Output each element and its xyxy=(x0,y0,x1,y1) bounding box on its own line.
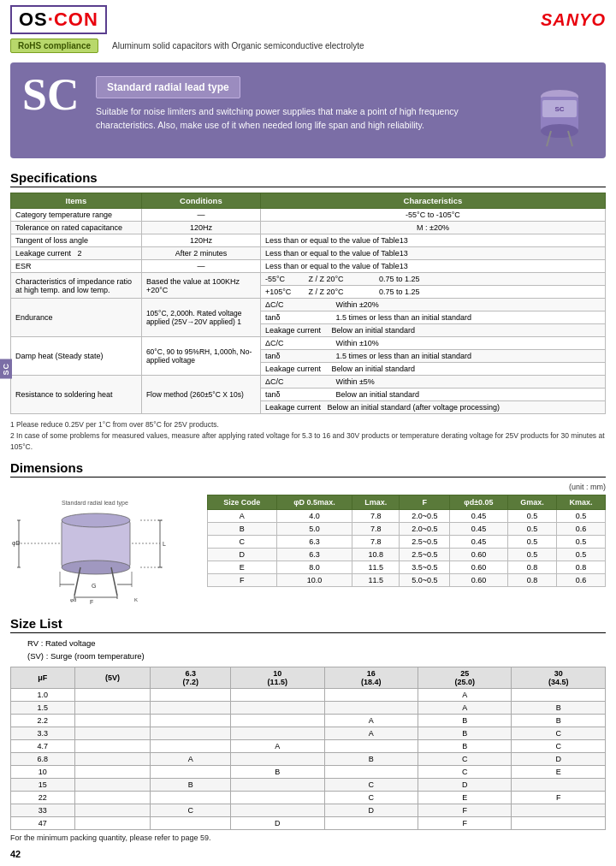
spec-cond: 120Hz xyxy=(141,222,260,234)
spec-cond: — xyxy=(141,209,260,222)
header: OS·CON SANYO xyxy=(0,0,616,34)
table-row: C6.37.82.5~0.50.450.50.5 xyxy=(208,536,606,549)
spec-cond: 105°C, 2,000h. Rated voltage applied (25… xyxy=(141,299,260,337)
dim-col-g: Gmax. xyxy=(507,495,556,510)
oscon-logo: OS·CON xyxy=(10,5,107,34)
dim-col-f: F xyxy=(400,495,450,510)
size-col-25v: 25(25.0) xyxy=(418,667,511,688)
spec-cond: 60°C, 90 to 95%RH, 1,000h, No-applied vo… xyxy=(141,337,260,376)
dim-col-d: φD 0.5max. xyxy=(276,495,352,510)
table-row: 2.2ABB xyxy=(11,714,606,727)
sc-letter: SC xyxy=(22,73,82,117)
rohs-badge: RoHS compliance xyxy=(10,39,98,53)
spec-char: Less than or equal to the value of Table… xyxy=(260,260,605,273)
table-row: 1.0A xyxy=(11,688,606,701)
table-row: E8.011.53.5~0.50.600.80.8 xyxy=(208,561,606,574)
table-row: ESR — Less than or equal to the value of… xyxy=(11,260,606,273)
table-row: F10.011.55.0~0.50.600.80.6 xyxy=(208,574,606,587)
spec-char: ΔC/C Within ±20% xyxy=(260,299,605,311)
size-col-5v: (5V) xyxy=(74,667,151,688)
size-col-10v: 10(11.5) xyxy=(231,667,324,688)
side-tab: SC xyxy=(0,359,12,379)
spec-item: Endurance xyxy=(11,299,142,337)
sanyo-logo: SANYO xyxy=(541,10,606,30)
capacitor-image: SC xyxy=(525,73,594,148)
dim-content: φD L F φd G xyxy=(10,495,606,606)
dim-col-k: Kmax. xyxy=(557,495,606,510)
spec-char: Leakage current Below an initial standar… xyxy=(260,401,605,414)
table-row: Endurance 105°C, 2,000h. Rated voltage a… xyxy=(11,299,606,311)
dimensions-section: Dimensions (unit : mm) xyxy=(10,460,606,606)
svg-text:F: F xyxy=(90,599,93,605)
table-row: D6.310.82.5~0.50.600.50.5 xyxy=(208,549,606,561)
spec-char: Less than or equal to the value of Table… xyxy=(260,234,605,247)
table-row: Characteristics of impedance ratio at hi… xyxy=(11,273,606,286)
table-row: 33CDF xyxy=(11,804,606,816)
sc-logo-area: SC xyxy=(22,73,82,117)
spec-char: ΔC/C Within ±10% xyxy=(260,337,605,350)
standard-label: Standard radial lead type xyxy=(96,76,240,98)
spec-item: Characteristics of impedance ratio at hi… xyxy=(11,273,142,299)
spec-item: Tolerance on rated capacitance xyxy=(11,222,142,234)
spec-char: tanδ 1.5 times or less than an initial s… xyxy=(260,311,605,324)
table-row: Damp heat (Steady state) 60°C, 90 to 95%… xyxy=(11,337,606,350)
dimensions-title: Dimensions xyxy=(10,460,606,477)
banner-description: Suitable for noise limiters and switchin… xyxy=(96,105,512,133)
size-note: For the minimum packing quantity, please… xyxy=(10,833,606,842)
spec-char: -55°C Z / Z 20°C 0.75 to 1.25 xyxy=(260,273,605,286)
table-row: 10BCE xyxy=(11,765,606,778)
table-row: Leakage current 2 After 2 minutes Less t… xyxy=(11,247,606,260)
banner-middle: Standard radial lead type Suitable for n… xyxy=(96,73,512,133)
spec-cond: After 2 minutes xyxy=(141,247,260,260)
dim-col-code: Size Code xyxy=(208,495,277,510)
table-row: 3.3ABC xyxy=(11,727,606,739)
spec-char: +105°C Z / Z 20°C 0.75 to 1.25 xyxy=(260,286,605,299)
spec-header-items: Items xyxy=(11,193,142,209)
legend-sv: (SV) : Surge (room temperature) xyxy=(27,650,145,662)
size-top: RV : Rated voltage (SV) : Surge (room te… xyxy=(10,637,606,662)
spec-cond: Based the value at 100KHz +20°C xyxy=(141,273,260,299)
spec-char: Leakage current Below an initial standar… xyxy=(260,324,605,337)
table-row: A4.07.82.0~0.50.450.50.5 xyxy=(208,510,606,523)
spec-item: ESR xyxy=(11,260,142,273)
size-legend: RV : Rated voltage (SV) : Surge (room te… xyxy=(27,637,145,662)
svg-text:φD: φD xyxy=(12,540,21,547)
spec-char: Leakage current Below an initial standar… xyxy=(260,363,605,376)
product-banner: SC Standard radial lead type Suitable fo… xyxy=(10,62,606,158)
size-section: Size List RV : Rated voltage (SV) : Surg… xyxy=(10,616,606,841)
spec-char: -55°C to -105°C xyxy=(260,209,605,222)
size-table: μF (5V) 6.3(7.2) 10(11.5) 16(18.4) 25(25… xyxy=(10,667,606,830)
svg-text:SC: SC xyxy=(554,105,564,113)
table-row: Tolerance on rated capacitance 120Hz M :… xyxy=(11,222,606,234)
spec-header-conditions: Conditions xyxy=(141,193,260,209)
svg-text:Standard radial lead type: Standard radial lead type xyxy=(62,500,128,507)
table-row: B5.07.82.0~0.50.450.50.6 xyxy=(208,523,606,536)
spec-table: Items Conditions Characteristics Categor… xyxy=(10,193,606,414)
table-row: 6.8ABCD xyxy=(11,752,606,765)
spec-cond: Flow method (260±5°C X 10s) xyxy=(141,376,260,414)
rohs-description: Aluminum solid capacitors with Organic s… xyxy=(112,41,364,50)
size-col-16v: 16(18.4) xyxy=(324,667,418,688)
table-row: 4.7ABC xyxy=(11,739,606,752)
legend-rv: RV : Rated voltage xyxy=(27,637,145,650)
spec-char: tanδ Below an initial standard xyxy=(260,389,605,401)
table-row: Category temperature range — -55°C to -1… xyxy=(11,209,606,222)
size-col-uf: μF xyxy=(11,667,75,688)
spec-char: ΔC/C Within ±5% xyxy=(260,376,605,389)
unit-note: (unit : mm) xyxy=(10,483,606,491)
spec-item: Tangent of loss angle xyxy=(11,234,142,247)
table-row: Tangent of loss angle 120Hz Less than or… xyxy=(11,234,606,247)
spec-item: Leakage current 2 xyxy=(11,247,142,260)
svg-text:L: L xyxy=(163,541,166,547)
spec-char: tanδ 1.5 times or less than an initial s… xyxy=(260,350,605,363)
svg-point-8 xyxy=(62,513,130,527)
rohs-bar: RoHS compliance Aluminum solid capacitor… xyxy=(0,36,616,56)
table-row: 22CEF xyxy=(11,791,606,804)
size-list-title: Size List xyxy=(10,616,606,633)
size-col-63v: 6.3(7.2) xyxy=(151,667,231,688)
page-number: 42 xyxy=(10,849,21,859)
con-text: ·CON xyxy=(48,9,98,30)
spec-char: Less than or equal to the value of Table… xyxy=(260,247,605,260)
spec-section-title: Specifications xyxy=(10,170,606,187)
spec-item: Category temperature range xyxy=(11,209,142,222)
